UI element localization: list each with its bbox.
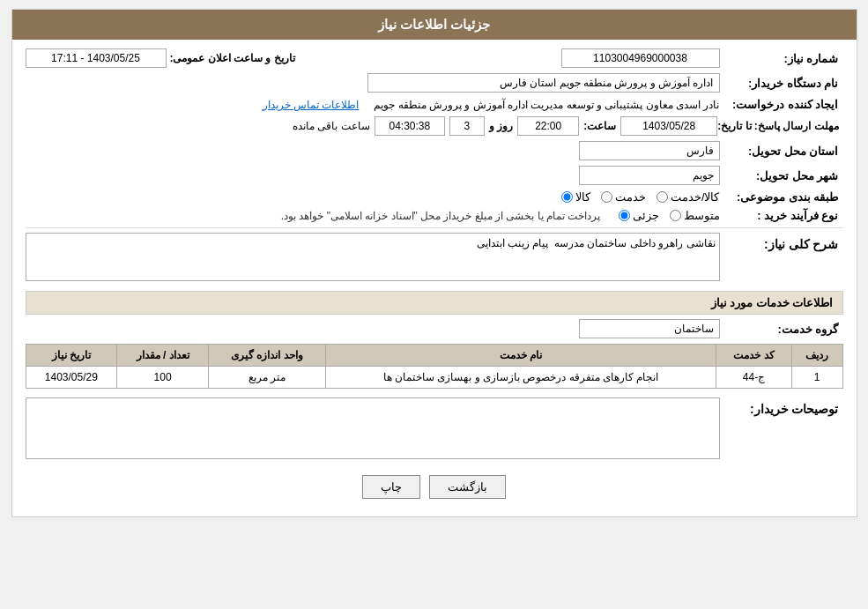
tabaqe-kala-khadamat-item[interactable]: کالا/خدمت	[657, 190, 720, 204]
bazgasht-button[interactable]: بازگشت	[429, 475, 506, 499]
row-namdastgah: نام دستگاه خریدار:	[26, 73, 843, 93]
row-tosifat: توصیحات خریدار:	[26, 397, 843, 462]
table-row: 1ج-44انجام کارهای متفرقه درخصوص بازسازی …	[26, 367, 842, 389]
shahr-input[interactable]	[579, 166, 720, 185]
row-tabaqe: طبقه بندی موضوعی: کالا/خدمت خدمت کالا	[26, 190, 843, 204]
ejad-value: نادر اسدی معاون پشتیبانی و توسعه مدیریت …	[374, 99, 719, 111]
ostan-value-container	[26, 141, 720, 160]
row-sharh-kolli: شرح کلی نیاز:	[26, 233, 843, 284]
divider-1	[26, 227, 843, 228]
shahr-value-container	[26, 166, 720, 185]
row-noe-farayand: نوع فرآیند خرید : متوسط جزئی پرداخت تمام…	[26, 209, 843, 222]
col-vahd: واحد اندازه گیری	[208, 345, 325, 367]
ejad-value-container: نادر اسدی معاون پشتیبانی و توسعه مدیریت …	[26, 98, 720, 111]
tosifKhridar-label: توصیحات خریدار:	[720, 397, 843, 416]
sharhKolli-value-container	[26, 233, 720, 284]
section-khadamat-title: اطلاعات خدمات مورد نیاز	[711, 296, 834, 309]
ostan-label: استان محل تحویل:	[720, 145, 843, 158]
saatBaqi-input[interactable]	[375, 116, 445, 136]
tabaqe-label: طبقه بندی موضوعی:	[720, 190, 843, 204]
noeFarayand-value-container: متوسط جزئی پرداخت تمام یا بخشی از مبلغ خ…	[26, 209, 720, 222]
farayand-motovaset-radio[interactable]	[670, 210, 681, 221]
row-ostan: استان محل تحویل:	[26, 141, 843, 160]
tabaqe-kala-khadamat-label: کالا/خدمت	[671, 190, 720, 204]
saat-label: ساعت:	[583, 120, 616, 132]
rooz-input[interactable]	[449, 116, 485, 136]
ostan-input[interactable]	[579, 141, 720, 160]
page-header: جزئیات اطلاعات نیاز	[12, 10, 857, 40]
tabaqe-kala-radio[interactable]	[561, 191, 573, 203]
saatBaqi-label: ساعت باقی مانده	[293, 120, 370, 132]
tarikhErsal-label: مهلت ارسال پاسخ: تا تاریخ:	[717, 120, 842, 132]
namdastgah-label: نام دستگاه خریدار:	[720, 77, 843, 90]
tarikhVaSaat-label: تاریخ و ساعت اعلان عمومی:	[170, 52, 295, 64]
row-shomare-tarikh: شماره نیاز: تاریخ و ساعت اعلان عمومی:	[26, 48, 843, 68]
shomareNiaz-value-container: تاریخ و ساعت اعلان عمومی:	[26, 48, 720, 68]
shahr-label: شهر محل تحویل:	[720, 169, 843, 182]
groheKhadamat-input[interactable]	[579, 319, 720, 338]
farayand-jozi-radio[interactable]	[619, 210, 630, 221]
ejad-link[interactable]: اطلاعات تماس خریدار	[263, 99, 360, 111]
table-cell-tarikh: 1403/05/29	[26, 367, 117, 389]
farayand-motovaset-item[interactable]: متوسط	[670, 209, 720, 222]
sharhKolli-textarea[interactable]	[26, 233, 720, 281]
content-area: شماره نیاز: تاریخ و ساعت اعلان عمومی: نا…	[12, 40, 857, 516]
table-cell-tedad: 100	[117, 367, 209, 389]
main-container: جزئیات اطلاعات نیاز شماره نیاز: تاریخ و …	[11, 9, 857, 517]
tabaqe-khadamat-label: خدمت	[615, 190, 646, 204]
namdastgah-value-container	[26, 73, 720, 93]
table-cell-vahd: متر مربع	[208, 367, 325, 389]
namdastgah-input[interactable]	[367, 73, 720, 93]
tabaqe-value-container: کالا/خدمت خدمت کالا	[26, 190, 720, 204]
tabaqe-kala-khadamat-radio[interactable]	[657, 191, 668, 203]
tarikhVaSaat-input[interactable]	[26, 48, 167, 68]
ejad-label: ایجاد کننده درخواست:	[720, 98, 843, 111]
farayand-motovaset-label: متوسط	[684, 209, 720, 222]
saat-input[interactable]	[517, 116, 579, 136]
table-cell-code: ج-44	[716, 367, 791, 389]
col-tarikh: تاریخ نیاز	[26, 345, 117, 367]
tabaqe-khadamat-radio[interactable]	[601, 191, 612, 203]
shomareNiaz-input[interactable]	[561, 48, 720, 68]
tabaqe-kala-label: کالا	[575, 190, 590, 204]
col-code: کد خدمت	[716, 345, 791, 367]
noeFarayand-label: نوع فرآیند خرید :	[720, 209, 843, 222]
rooz-label: روز و	[489, 120, 513, 132]
row-grohe-khadamat: گروه خدمت:	[26, 319, 843, 338]
row-tarikh-ersal: مهلت ارسال پاسخ: تا تاریخ: ساعت: روز و س…	[26, 116, 843, 136]
page-title: جزئیات اطلاعات نیاز	[378, 17, 490, 32]
tarikhErsal-date-input[interactable]	[620, 116, 717, 136]
tarikhErsal-value-container: ساعت: روز و ساعت باقی مانده	[26, 116, 718, 136]
col-name: نام خدمت	[325, 345, 716, 367]
tabaqe-khadamat-item[interactable]: خدمت	[601, 190, 646, 204]
shomareNiaz-label: شماره نیاز:	[720, 52, 843, 65]
farayand-notice: پرداخت تمام یا بخشی از مبلغ خریداز محل "…	[281, 210, 601, 222]
chap-button[interactable]: چاپ	[362, 475, 420, 499]
groheKhadamat-label: گروه خدمت:	[720, 323, 843, 336]
farayand-jozi-label: جزئی	[633, 209, 659, 222]
button-row: بازگشت چاپ	[26, 475, 843, 499]
farayand-jozi-item[interactable]: جزئی	[619, 209, 659, 222]
tabaqe-kala-item[interactable]: کالا	[561, 190, 590, 204]
row-shahr: شهر محل تحویل:	[26, 166, 843, 185]
groheKhadamat-value-container	[26, 319, 720, 338]
col-radif: ردیف	[791, 345, 842, 367]
table-cell-name: انجام کارهای متفرقه درخصوص بازسازی و بهس…	[325, 367, 716, 389]
table-cell-radif: 1	[791, 367, 842, 389]
tosifKhridar-value-container	[26, 397, 720, 462]
tosifKhridar-textarea[interactable]	[26, 397, 720, 459]
row-ejad: ایجاد کننده درخواست: نادر اسدی معاون پشت…	[26, 98, 843, 111]
khadamat-table: ردیف کد خدمت نام خدمت واحد اندازه گیری ت…	[26, 344, 843, 389]
section-khadamat-header: اطلاعات خدمات مورد نیاز	[26, 291, 843, 315]
col-tedad: تعداد / مقدار	[117, 345, 209, 367]
sharhKolli-label: شرح کلی نیاز:	[720, 233, 843, 251]
